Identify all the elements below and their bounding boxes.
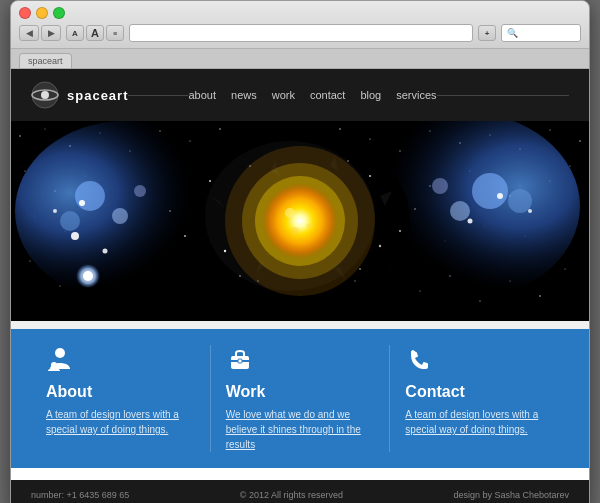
svg-point-54 — [79, 200, 85, 206]
svg-point-80 — [291, 227, 299, 235]
browser-toolbar: ◀ ▶ A A ≡ + 🔍 — [11, 1, 589, 49]
nav-work[interactable]: work — [272, 89, 295, 101]
svg-point-33 — [29, 260, 30, 261]
font-large-button[interactable]: A — [86, 25, 104, 41]
footer-credits: design by Sasha Chebotarev — [453, 490, 569, 500]
svg-point-51 — [112, 208, 128, 224]
nav-arrows: ◀ ▶ — [19, 25, 61, 41]
svg-point-23 — [579, 140, 581, 142]
nav-contact[interactable]: contact — [310, 89, 345, 101]
phone-icon — [405, 345, 433, 373]
svg-point-89 — [399, 230, 401, 232]
svg-point-84 — [379, 245, 381, 247]
about-description[interactable]: A team of design lovers with a special w… — [46, 407, 195, 437]
svg-point-2 — [41, 91, 49, 99]
svg-point-97 — [55, 348, 65, 358]
svg-point-92 — [257, 280, 258, 281]
search-icon: 🔍 — [507, 28, 518, 38]
nav-news[interactable]: news — [231, 89, 257, 101]
info-col-work: Work We love what we do and we believe i… — [211, 345, 391, 452]
browser-window: ◀ ▶ A A ≡ + 🔍 spaceart — [10, 0, 590, 503]
close-button[interactable] — [19, 7, 31, 19]
svg-point-96 — [83, 271, 93, 281]
svg-point-91 — [249, 165, 251, 167]
svg-point-4 — [19, 135, 20, 136]
browser-nav: ◀ ▶ A A ≡ + 🔍 — [19, 24, 581, 42]
svg-point-83 — [369, 175, 371, 177]
svg-point-78 — [285, 208, 295, 218]
active-tab[interactable]: spaceart — [19, 53, 72, 68]
font-small-button[interactable]: A — [66, 25, 84, 41]
svg-point-57 — [53, 209, 57, 213]
nav-right-line — [437, 95, 569, 96]
svg-point-52 — [60, 211, 80, 231]
work-description[interactable]: We love what we do and we believe it shi… — [226, 407, 375, 452]
contact-title: Contact — [405, 383, 554, 401]
address-bar[interactable] — [129, 24, 473, 42]
font-buttons: A A ≡ — [66, 25, 124, 41]
info-strip: About A team of design lovers with a spe… — [11, 329, 589, 468]
back-button[interactable]: ◀ — [19, 25, 39, 41]
logo-text: spaceart — [67, 88, 128, 103]
svg-point-79 — [307, 223, 313, 229]
logo-icon — [31, 81, 59, 109]
svg-point-16 — [369, 138, 370, 139]
svg-point-85 — [239, 275, 241, 277]
hero-section — [11, 121, 589, 321]
briefcase-icon — [226, 345, 254, 373]
site-footer: number: +1 6435 689 65 © 2012 All rights… — [11, 480, 589, 503]
svg-point-81 — [209, 180, 211, 182]
svg-point-93 — [347, 160, 349, 162]
svg-rect-101 — [238, 359, 242, 363]
svg-point-32 — [570, 166, 571, 167]
add-tab-button[interactable]: + — [478, 25, 496, 41]
site-header: spaceart about news work contact blog se… — [11, 69, 589, 121]
nav-services[interactable]: services — [396, 89, 436, 101]
svg-point-53 — [134, 185, 146, 197]
svg-point-94 — [354, 280, 355, 281]
footer-phone: number: +1 6435 689 65 — [31, 490, 129, 500]
work-icon-wrapper — [226, 345, 375, 377]
svg-point-64 — [468, 219, 473, 224]
svg-point-77 — [262, 183, 338, 259]
contact-description[interactable]: A team of design lovers with a special w… — [405, 407, 554, 437]
svg-point-60 — [450, 201, 470, 221]
person-icon — [46, 345, 74, 373]
work-title: Work — [226, 383, 375, 401]
info-col-about: About A team of design lovers with a spe… — [31, 345, 211, 452]
svg-point-87 — [184, 235, 186, 237]
site-nav: about news work contact blog services — [188, 89, 436, 101]
maximize-button[interactable] — [53, 7, 65, 19]
svg-point-90 — [414, 208, 416, 210]
svg-point-41 — [539, 295, 541, 297]
svg-point-42 — [564, 268, 565, 269]
svg-point-11 — [219, 128, 221, 130]
search-bar[interactable]: 🔍 — [501, 24, 581, 42]
divider-strip — [11, 321, 589, 329]
svg-point-24 — [24, 170, 25, 171]
svg-point-86 — [359, 268, 361, 270]
svg-point-34 — [60, 286, 61, 287]
tab-label: spaceart — [28, 56, 63, 66]
minimize-button[interactable] — [36, 7, 48, 19]
svg-point-15 — [339, 128, 341, 130]
nav-about[interactable]: about — [188, 89, 216, 101]
nav-blog[interactable]: blog — [360, 89, 381, 101]
forward-button[interactable]: ▶ — [41, 25, 61, 41]
svg-point-5 — [45, 129, 46, 130]
svg-point-98 — [51, 362, 57, 368]
window-controls — [19, 7, 581, 19]
svg-point-88 — [169, 210, 171, 212]
reader-button[interactable]: ≡ — [106, 25, 124, 41]
svg-point-59 — [472, 173, 508, 209]
svg-point-50 — [75, 181, 105, 211]
spacer — [11, 468, 589, 480]
contact-icon-wrapper — [405, 345, 554, 377]
hero-background — [11, 121, 589, 321]
nav-left-line — [128, 95, 188, 96]
tab-bar: spaceart — [11, 49, 589, 69]
svg-point-61 — [508, 189, 532, 213]
svg-point-22 — [550, 130, 551, 131]
svg-point-65 — [528, 209, 532, 213]
website-content: spaceart about news work contact blog se… — [11, 69, 589, 503]
